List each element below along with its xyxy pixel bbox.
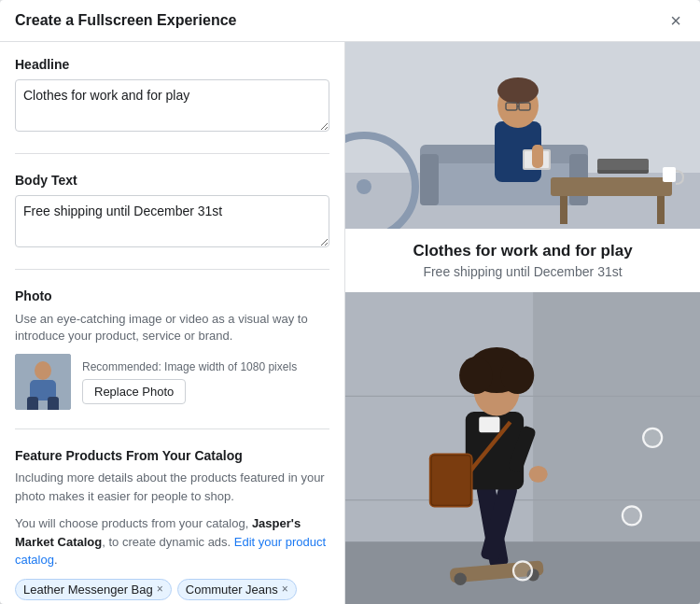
- bodytext-label: Body Text: [15, 173, 329, 188]
- modal-body: Headline Clothes for work and for play B…: [0, 42, 700, 604]
- svg-rect-4: [48, 397, 59, 410]
- tag-close-icon[interactable]: ×: [157, 583, 163, 595]
- photo-recommendation: Recommended: Image width of 1080 pixels: [82, 360, 329, 373]
- catalog-text-1: You will choose products from your catal…: [15, 516, 252, 530]
- svg-rect-45: [431, 456, 470, 505]
- photo-label: Photo: [15, 288, 329, 303]
- svg-rect-25: [532, 145, 543, 168]
- svg-point-52: [623, 506, 641, 525]
- bodytext-section: Body Text Free shipping until December 3…: [15, 173, 329, 270]
- replace-photo-button[interactable]: Replace Photo: [82, 379, 186, 404]
- svg-point-42: [501, 357, 535, 394]
- svg-point-51: [643, 428, 662, 447]
- headline-input[interactable]: Clothes for work and for play: [15, 79, 329, 132]
- svg-rect-27: [597, 159, 649, 170]
- svg-point-53: [513, 561, 532, 580]
- tag-label: Leather Messenger Bag: [23, 583, 153, 597]
- photo-info: Recommended: Image width of 1080 pixels …: [82, 360, 329, 404]
- svg-rect-3: [27, 397, 38, 410]
- bodytext-input[interactable]: Free shipping until December 31st: [15, 195, 329, 247]
- tag-commuter-jeans: Commuter Jeans ×: [177, 579, 297, 600]
- catalog-name-text: You will choose products from your catal…: [15, 514, 329, 569]
- svg-point-1: [35, 361, 51, 380]
- svg-rect-12: [420, 154, 439, 205]
- catalog-edit-suffix: .: [54, 553, 58, 567]
- svg-rect-38: [479, 417, 499, 433]
- skateboarder-scene-svg: [345, 292, 700, 604]
- preview-bottom-image: [345, 292, 700, 604]
- tag-close-icon[interactable]: ×: [282, 583, 288, 595]
- svg-point-47: [529, 466, 548, 483]
- catalog-description: Including more details about the product…: [15, 469, 329, 505]
- svg-rect-28: [663, 167, 676, 182]
- svg-point-9: [357, 179, 371, 194]
- photo-thumbnail: [15, 354, 71, 410]
- catalog-section: Feature Products From Your Catalog Inclu…: [15, 448, 329, 604]
- catalog-text-2: , to create dynamic ads.: [102, 535, 234, 549]
- svg-point-49: [455, 573, 467, 585]
- tag-label: Commuter Jeans: [186, 583, 278, 597]
- photo-thumb-image: [15, 354, 71, 410]
- preview-body-text: Free shipping until December 31st: [360, 264, 685, 279]
- office-scene-svg: [345, 42, 700, 229]
- modal-container: Create a Fullscreen Experience × Headlin…: [0, 0, 700, 604]
- modal-header: Create a Fullscreen Experience ×: [0, 0, 700, 42]
- svg-point-41: [459, 357, 493, 394]
- catalog-title: Feature Products From Your Catalog: [15, 448, 329, 463]
- left-panel: Headline Clothes for work and for play B…: [0, 42, 345, 604]
- svg-rect-15: [560, 196, 567, 224]
- headline-section: Headline Clothes for work and for play: [15, 57, 329, 154]
- photo-description: Use an eye-catching image or video as a …: [15, 311, 329, 344]
- svg-rect-16: [657, 196, 665, 224]
- photo-row: Recommended: Image width of 1080 pixels …: [15, 354, 329, 410]
- preview-top-image: [345, 42, 700, 229]
- preview-headline: Clothes for work and for play: [360, 242, 685, 260]
- tags-row: Leather Messenger Bag × Commuter Jeans ×…: [15, 579, 329, 604]
- close-button[interactable]: ×: [666, 11, 685, 30]
- headline-label: Headline: [15, 57, 329, 72]
- tag-leather-messenger-bag: Leather Messenger Bag ×: [15, 579, 172, 600]
- thumbnail-svg: [15, 354, 71, 410]
- right-panel-preview: Clothes for work and for play Free shipp…: [345, 42, 700, 604]
- svg-point-19: [497, 77, 539, 104]
- photo-section: Photo Use an eye-catching image or video…: [15, 288, 329, 429]
- modal-title: Create a Fullscreen Experience: [15, 12, 236, 29]
- svg-rect-14: [551, 177, 672, 196]
- preview-text-block: Clothes for work and for play Free shipp…: [345, 229, 700, 292]
